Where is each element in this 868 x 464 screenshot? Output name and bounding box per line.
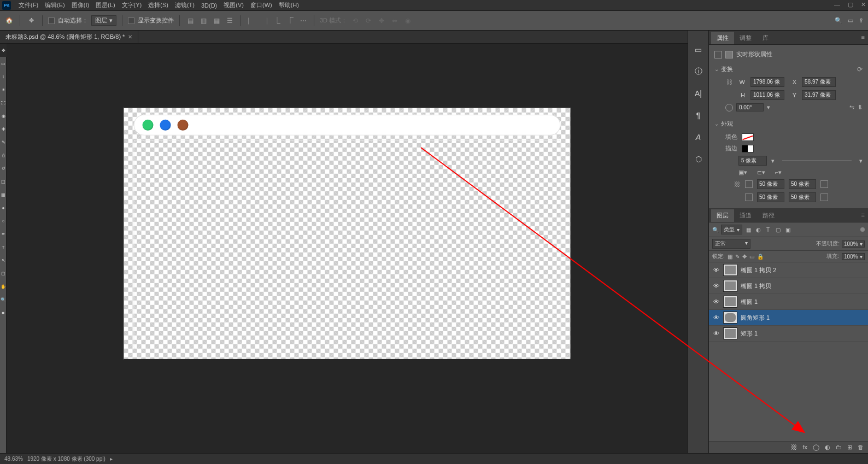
hand-tool[interactable]: ✋ <box>0 280 7 293</box>
layer-item[interactable]: 👁 矩形 1 <box>709 326 868 342</box>
lasso-tool[interactable]: ⌇ <box>0 70 7 83</box>
layer-thumbnail[interactable] <box>723 264 737 276</box>
group-icon[interactable]: 🗀 <box>836 444 842 451</box>
tab-library[interactable]: 库 <box>757 32 774 44</box>
dist-vcenter-icon[interactable]: ⎹ <box>259 16 269 26</box>
info-panel-icon[interactable]: ⓘ <box>693 66 705 78</box>
eyedropper-tool[interactable]: ◉ <box>0 109 7 122</box>
wand-tool[interactable]: ✶ <box>0 83 7 96</box>
canvas-workspace[interactable] <box>7 44 688 453</box>
input-y[interactable]: 31.97 像素 <box>802 90 836 100</box>
dist-top-icon[interactable]: ⎸ <box>246 16 256 26</box>
menu-edit[interactable]: 编辑(E) <box>42 0 68 10</box>
corner-br-icon[interactable] <box>820 193 828 201</box>
show-transform-checkbox[interactable] <box>128 17 134 24</box>
layer-item-selected[interactable]: 👁 圆角矩形 1 <box>709 310 868 326</box>
dist-hspace-icon[interactable]: ⎾ <box>285 16 295 26</box>
auto-select-dropdown[interactable]: 图层▾ <box>91 15 116 26</box>
stroke-width-dropdown-icon[interactable]: ▾ <box>771 157 775 165</box>
pen-tool[interactable]: ✒ <box>0 227 7 240</box>
character-panel-icon[interactable]: A| <box>693 87 705 99</box>
chevron-down-icon[interactable]: ⌄ <box>714 66 719 72</box>
layer-kind-dropdown[interactable]: 类型▾ <box>721 225 742 234</box>
history-brush-tool[interactable]: ↺ <box>0 162 7 175</box>
minimize-icon[interactable]: — <box>834 1 840 8</box>
status-menu-icon[interactable]: ▸ <box>110 456 113 462</box>
layer-thumbnail[interactable] <box>723 312 737 324</box>
panel-menu-icon[interactable]: ≡ <box>861 34 865 40</box>
layer-item[interactable]: 👁 椭圆 1 拷贝 2 <box>709 262 868 278</box>
layer-name[interactable]: 椭圆 1 拷贝 2 <box>741 266 776 274</box>
layer-mask-icon[interactable]: ◯ <box>813 444 819 451</box>
heal-tool[interactable]: ✚ <box>0 122 7 136</box>
path-tool[interactable]: ↖ <box>0 254 7 267</box>
stroke-style-preview[interactable] <box>782 161 852 161</box>
chevron-down-icon[interactable]: ⌄ <box>714 121 719 127</box>
link-wh-icon[interactable]: ⛓ <box>725 78 733 86</box>
stroke-caps-icon[interactable]: ⊏▾ <box>757 169 765 176</box>
menu-window[interactable]: 窗口(W) <box>247 0 275 10</box>
stamp-tool[interactable]: ⎙ <box>0 149 7 162</box>
search-icon[interactable]: 🔍 <box>835 17 842 24</box>
layer-name[interactable]: 椭圆 1 拷贝 <box>741 282 771 290</box>
corner-br-input[interactable]: 50 像素 <box>789 192 816 202</box>
visibility-toggle[interactable]: 👁 <box>712 314 720 321</box>
filter-type-icon[interactable]: T <box>764 226 772 233</box>
input-x[interactable]: 58.97 像素 <box>802 77 836 87</box>
gradient-tool[interactable]: ▦ <box>0 188 7 201</box>
auto-select-checkbox[interactable] <box>48 17 55 24</box>
input-width[interactable]: 1798.06 像 <box>750 77 784 87</box>
lock-pixels-icon[interactable]: ▦ <box>728 254 732 260</box>
corner-tr-input[interactable]: 50 像素 <box>789 179 816 189</box>
visibility-toggle[interactable]: 👁 <box>712 298 720 305</box>
maximize-icon[interactable]: ▢ <box>848 1 853 8</box>
reset-transform-icon[interactable]: ⟳ <box>857 66 863 73</box>
align-center-h-icon[interactable]: ▥ <box>198 16 208 26</box>
menu-view[interactable]: 视图(V) <box>220 0 247 10</box>
layer-name[interactable]: 椭圆 1 <box>741 298 758 306</box>
opacity-input[interactable]: 100%▾ <box>842 240 865 248</box>
corner-tr-icon[interactable] <box>820 180 828 188</box>
tab-close-icon[interactable]: ✕ <box>128 34 132 40</box>
close-icon[interactable]: ✕ <box>861 1 866 8</box>
lock-all-icon[interactable]: 🔒 <box>757 254 764 260</box>
input-angle[interactable]: 0.00° <box>736 103 764 111</box>
filter-shape-icon[interactable]: ▢ <box>774 226 782 233</box>
menu-type[interactable]: 文字(Y) <box>119 0 145 10</box>
adjustment-icon[interactable]: ◐ <box>825 444 830 451</box>
menu-select[interactable]: 选择(S) <box>145 0 172 10</box>
visibility-toggle[interactable]: 👁 <box>712 330 720 337</box>
corner-tl-icon[interactable] <box>745 180 753 188</box>
new-layer-icon[interactable]: ⊞ <box>847 444 852 451</box>
menu-image[interactable]: 图像(I) <box>68 0 92 10</box>
align-justify-icon[interactable]: ☰ <box>225 16 234 26</box>
corner-tl-input[interactable]: 50 像素 <box>757 179 784 189</box>
menu-file[interactable]: 文件(F) <box>15 0 42 10</box>
paragraph-panel-icon[interactable]: ¶ <box>693 109 705 121</box>
align-right-icon[interactable]: ▦ <box>212 16 221 26</box>
align-left-icon[interactable]: ▤ <box>185 16 195 26</box>
workspace-icon[interactable]: ▭ <box>848 17 853 24</box>
trash-icon[interactable]: 🗑 <box>858 444 864 451</box>
doc-dimensions[interactable]: 1920 像素 x 1080 像素 (300 ppi) <box>27 455 105 463</box>
panel-menu-icon[interactable]: ≡ <box>861 212 865 218</box>
zoom-value[interactable]: 48.63% <box>4 456 23 462</box>
history-panel-icon[interactable]: ▭ <box>693 44 705 56</box>
lock-artboard-icon[interactable]: ▭ <box>749 254 754 260</box>
tab-channels[interactable]: 通道 <box>734 209 757 222</box>
stroke-align-icon[interactable]: ▣▾ <box>738 169 747 176</box>
more-icon[interactable]: ⋯ <box>298 16 308 26</box>
canvas[interactable] <box>124 107 571 359</box>
move-tool[interactable]: ✥ <box>0 44 7 57</box>
layer-item[interactable]: 👁 椭圆 1 拷贝 <box>709 278 868 294</box>
filter-smart-icon[interactable]: ▣ <box>784 226 791 233</box>
angle-dropdown-icon[interactable]: ▾ <box>767 104 770 111</box>
blend-mode-dropdown[interactable]: 正常▾ <box>712 239 750 249</box>
fill-swatch[interactable] <box>742 133 754 141</box>
type-tool[interactable]: T <box>0 240 7 254</box>
move-tool-icon[interactable]: ✥ <box>26 15 37 26</box>
flip-h-icon[interactable]: ⇋ <box>849 104 854 111</box>
visibility-toggle[interactable]: 👁 <box>712 267 720 273</box>
layer-name[interactable]: 圆角矩形 1 <box>741 314 770 322</box>
dodge-tool[interactable]: ○ <box>0 214 7 227</box>
